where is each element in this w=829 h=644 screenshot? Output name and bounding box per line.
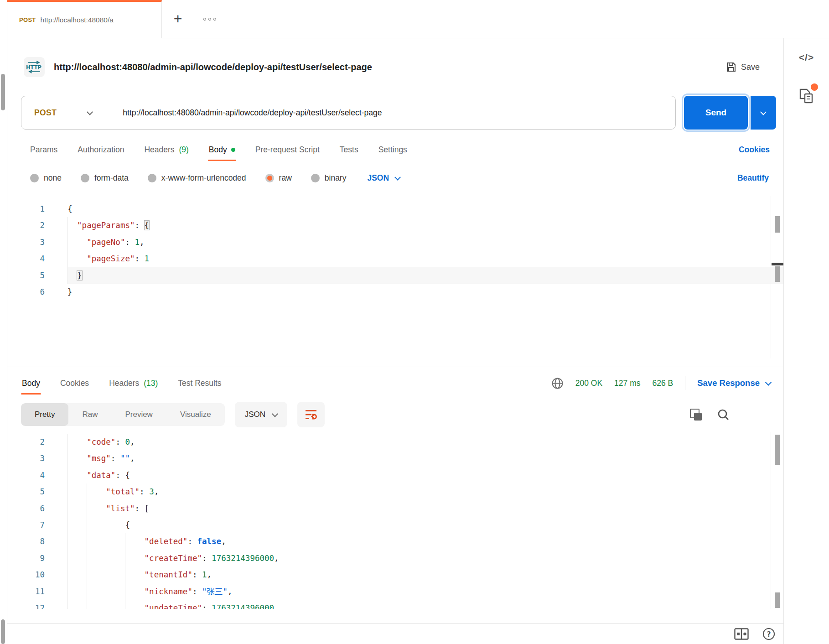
token-p: , <box>140 238 145 247</box>
token-p: : <box>135 504 145 513</box>
body-language-dropdown[interactable]: JSON <box>367 173 400 183</box>
method-dropdown[interactable]: POST <box>21 108 106 118</box>
request-editor-overview-ruler[interactable] <box>771 196 783 358</box>
scrollbar-thumb[interactable] <box>775 435 780 465</box>
line-number: 5 <box>7 267 51 284</box>
save-response-dropdown[interactable]: Save Response <box>697 378 771 388</box>
response-time[interactable]: 127 ms <box>614 379 640 388</box>
response-section-tabs: BodyCookiesHeaders (13)Test Results 200 … <box>7 367 783 399</box>
active-request-tab[interactable]: POST http://localhost:48080/a <box>7 0 162 38</box>
response-tab-body[interactable]: Body <box>21 370 41 396</box>
help-icon[interactable]: ? <box>762 628 775 640</box>
send-options-button[interactable] <box>751 96 776 130</box>
view-tab-raw[interactable]: Raw <box>68 403 111 426</box>
status-badge[interactable]: 200 OK <box>575 379 602 388</box>
wrap-lines-button[interactable] <box>297 402 325 427</box>
indent-guide <box>67 434 68 450</box>
token-ws <box>67 520 125 530</box>
indent-guide <box>67 583 68 600</box>
code-line[interactable]: 6} <box>7 284 783 300</box>
url-input[interactable]: http://localhost:48080/admin-api/lowcode… <box>106 108 382 118</box>
body-mode-none[interactable]: none <box>30 173 62 183</box>
send-button[interactable]: Send <box>684 96 748 130</box>
body-mode-binary[interactable]: binary <box>311 173 347 183</box>
code-snippet-icon[interactable]: </> <box>799 52 814 63</box>
response-editor-scrollbar[interactable] <box>771 432 783 609</box>
request-tab-authorization[interactable]: Authorization <box>77 137 125 163</box>
code-line[interactable]: 5 "total": 3, <box>7 483 783 500</box>
request-body-editor[interactable]: 1{2 "pageParams": {3 "pageNo": 1,4 "page… <box>7 196 783 358</box>
code-line[interactable]: 3 "msg": "", <box>7 450 783 467</box>
code-line[interactable]: 5 } <box>7 267 783 284</box>
token-pm: { <box>145 221 150 230</box>
save-label: Save <box>741 62 760 72</box>
body-mode-x-www-form-urlencoded[interactable]: x-www-form-urlencoded <box>148 173 246 183</box>
request-tab-params[interactable]: Params <box>29 137 58 163</box>
response-size[interactable]: 626 B <box>653 379 674 388</box>
code-line[interactable]: 6 "list": [ <box>7 500 783 517</box>
globe-icon[interactable] <box>551 377 564 390</box>
code-line[interactable]: 8 "deleted": false, <box>7 533 783 550</box>
response-body-editor[interactable]: 2 "code": 0,3 "msg": "",4 "data": {5 "to… <box>7 432 783 609</box>
cookies-link[interactable]: Cookies <box>739 145 770 155</box>
code-line[interactable]: 4 "pageSize": 1 <box>7 250 783 267</box>
save-button[interactable]: Save <box>725 62 760 73</box>
code-line[interactable]: 9 "createTime": 1763214396000, <box>7 550 783 566</box>
response-language-dropdown[interactable]: JSON <box>235 402 287 427</box>
indent-guide <box>106 600 106 609</box>
code-line[interactable]: 4 "data": { <box>7 467 783 483</box>
code-line[interactable]: 11 "nickname": "张三", <box>7 583 783 600</box>
split-pane-layout-icon[interactable] <box>734 628 749 640</box>
request-tab-settings[interactable]: Settings <box>378 137 408 163</box>
line-number: 6 <box>7 500 51 517</box>
token-p: : <box>187 537 197 546</box>
code-line[interactable]: 1{ <box>7 201 783 217</box>
token-ws <box>67 254 87 263</box>
url-row: POST http://localhost:48080/admin-api/lo… <box>21 96 776 130</box>
token-k: "deleted" <box>145 537 188 546</box>
view-tab-pretty[interactable]: Pretty <box>21 403 68 426</box>
token-p: : <box>125 238 135 247</box>
indent-guide <box>125 533 125 550</box>
code-line[interactable]: 12 "updateTime": 1763214396000, <box>7 600 783 609</box>
request-tab-pre-request-script[interactable]: Pre-request Script <box>254 137 321 163</box>
save-response-label: Save Response <box>697 378 760 388</box>
line-number: 11 <box>7 583 51 600</box>
token-ws <box>67 271 77 280</box>
code-text: "list": [ <box>67 500 783 517</box>
code-line[interactable]: 3 "pageNo": 1, <box>7 234 783 250</box>
copy-icon[interactable] <box>690 409 702 421</box>
request-tab-tests[interactable]: Tests <box>339 137 359 163</box>
scrollbar-thumb[interactable] <box>775 592 780 608</box>
code-line[interactable]: 7 { <box>7 517 783 533</box>
code-line[interactable]: 2 "pageParams": { <box>7 217 783 234</box>
left-scrollbar-thumb-bottom[interactable] <box>1 619 5 644</box>
request-tab-bar: POST http://localhost:48080/a + <box>7 0 829 38</box>
request-tab-body[interactable]: Body <box>208 137 236 163</box>
code-line[interactable]: 10 "tenantId": 1, <box>7 566 783 583</box>
search-icon[interactable] <box>717 409 730 421</box>
body-mode-form-data[interactable]: form-data <box>81 173 129 183</box>
response-tab-cookies[interactable]: Cookies <box>59 370 90 396</box>
tab-label: Settings <box>378 145 407 154</box>
tab-options-kebab-icon[interactable] <box>194 0 226 38</box>
indent-guide <box>67 250 68 267</box>
body-mode-raw[interactable]: raw <box>265 173 292 183</box>
overview-cursor-mark <box>772 263 783 265</box>
meta-divider <box>685 376 685 390</box>
code-line[interactable]: 2 "code": 0, <box>7 434 783 450</box>
beautify-link[interactable]: Beautify <box>737 173 769 183</box>
overview-mark <box>775 216 780 233</box>
response-tab-test-results[interactable]: Test Results <box>177 370 222 396</box>
response-tab-headers[interactable]: Headers (13) <box>108 370 159 396</box>
tab-label: Cookies <box>60 379 89 388</box>
request-tab-headers[interactable]: Headers (9) <box>143 137 189 163</box>
view-tab-preview[interactable]: Preview <box>111 403 166 426</box>
left-scrollbar-thumb-top[interactable] <box>1 74 5 110</box>
new-tab-button[interactable]: + <box>162 0 194 38</box>
runner-panel-button[interactable] <box>799 87 814 106</box>
tab-title: http://localhost:48080/a <box>41 16 153 24</box>
code-text: { <box>67 201 783 217</box>
view-tab-visualize[interactable]: Visualize <box>166 403 225 426</box>
line-number: 6 <box>7 284 51 300</box>
